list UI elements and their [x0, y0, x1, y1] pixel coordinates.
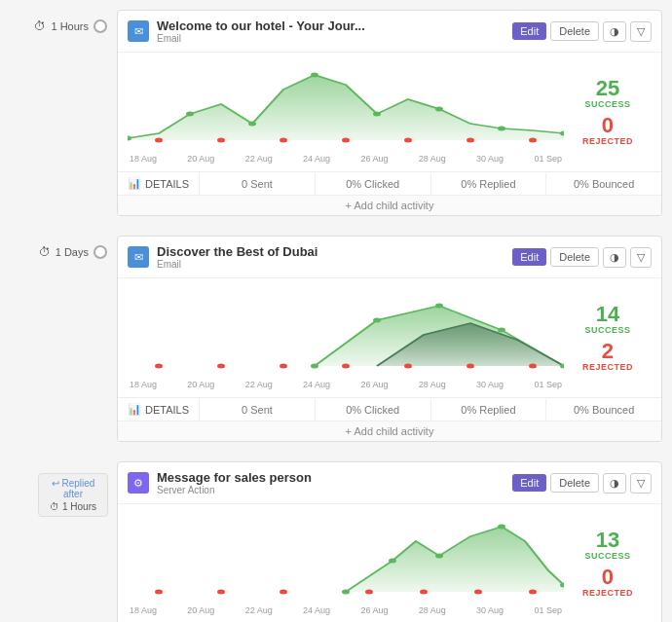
success-stat-2: 14 SUCCESS	[584, 304, 630, 335]
chart-area-1: 18 Aug 20 Aug 22 Aug 24 Aug 26 Aug 28 Au…	[128, 60, 564, 164]
svg-point-15	[529, 138, 537, 143]
details-button-2[interactable]: 📊 DETAILS	[118, 398, 200, 421]
chart-svg-1	[128, 60, 564, 148]
svg-point-7	[498, 127, 505, 131]
add-child-2[interactable]: + Add child activity	[118, 421, 661, 441]
email-icon-1: ✉	[128, 20, 149, 42]
svg-point-20	[435, 304, 443, 309]
svg-point-5	[373, 112, 381, 117]
stats-area-1: 25 SUCCESS 0 REJECTED	[564, 60, 652, 164]
filter-button-1[interactable]: ▽	[630, 21, 652, 42]
clock-icon-1: ⏱	[34, 19, 46, 33]
svg-point-10	[217, 138, 225, 143]
email-icon-2: ✉	[128, 246, 149, 268]
card-title-area-3: Message for sales person Server Action	[157, 470, 504, 495]
filter-button-3[interactable]: ▽	[630, 473, 652, 494]
chart-labels-3: 18 Aug 20 Aug 22 Aug 24 Aug 26 Aug 28 Au…	[128, 605, 564, 615]
delete-button-1[interactable]: Delete	[550, 21, 599, 41]
svg-point-9	[155, 138, 163, 143]
stats-area-2: 14 SUCCESS 2 REJECTED	[564, 286, 652, 389]
filter-button-2[interactable]: ▽	[630, 247, 652, 268]
svg-point-3	[248, 122, 256, 127]
card-title-area-2: Discover the Best of Dubai Email	[157, 244, 504, 270]
chart-labels-1: 18 Aug 20 Aug 22 Aug 24 Aug 26 Aug 28 Au…	[128, 154, 564, 164]
delete-button-3[interactable]: Delete	[550, 473, 599, 493]
chart-stats-area-2: 18 Aug 20 Aug 22 Aug 24 Aug 26 Aug 28 Au…	[118, 278, 661, 397]
svg-point-31	[342, 590, 350, 595]
svg-point-32	[389, 559, 396, 564]
replied-after-badge: ↩ Replied after ⏱ 1 Hours	[38, 473, 108, 517]
svg-point-12	[342, 138, 350, 143]
svg-point-39	[365, 590, 373, 595]
svg-point-41	[474, 590, 482, 595]
edit-button-1[interactable]: Edit	[512, 22, 546, 40]
card-title-area-1: Welcome to our hotel - Your Jour... Emai…	[157, 18, 504, 44]
reply-arrow-icon: ↩ Replied after	[45, 478, 101, 499]
chart-stats-area-3: 18 Aug 20 Aug 22 Aug 24 Aug 26 Aug 28 Au…	[118, 504, 661, 622]
card-footer-2: 📊 DETAILS 0 Sent 0% Clicked 0% Replied 0…	[118, 397, 661, 421]
svg-point-27	[404, 364, 412, 369]
svg-point-25	[280, 364, 287, 369]
activity-row-3: ↩ Replied after ⏱ 1 Hours ⚙ Message for …	[29, 461, 672, 622]
success-stat-3: 13 SUCCESS	[584, 530, 630, 561]
svg-marker-30	[346, 527, 564, 592]
svg-point-14	[467, 138, 474, 143]
server-icon-3: ⚙	[128, 472, 149, 494]
svg-point-29	[529, 364, 537, 369]
svg-point-37	[217, 590, 225, 595]
chart-area-2: 18 Aug 20 Aug 22 Aug 24 Aug 26 Aug 28 Au…	[128, 286, 564, 389]
clock-icon-3: ⏱	[50, 501, 59, 512]
replied-stat-2: 0% Replied	[431, 399, 547, 421]
card-footer-1: 📊 DETAILS 0 Sent 0% Clicked 0% Replied 0…	[118, 171, 661, 195]
delete-button-2[interactable]: Delete	[550, 247, 599, 267]
edit-button-2[interactable]: Edit	[512, 248, 546, 266]
card-subtitle-3: Server Action	[157, 485, 504, 495]
card-subtitle-2: Email	[157, 259, 504, 270]
card-subtitle-1: Email	[157, 33, 504, 44]
svg-point-23	[155, 364, 163, 369]
svg-point-19	[373, 318, 381, 323]
svg-point-4	[311, 73, 318, 78]
svg-point-26	[342, 364, 350, 369]
sent-stat-2: 0 Sent	[200, 399, 316, 421]
svg-point-28	[467, 364, 474, 369]
card-header-2: ✉ Discover the Best of Dubai Email Edit …	[118, 237, 661, 278]
sent-stat-1: 0 Sent	[200, 173, 316, 195]
timeline-label-1: ⏱ 1 Hours	[0, 10, 117, 33]
pie-chart-button-3[interactable]: ◑	[603, 473, 626, 494]
svg-point-38	[280, 590, 287, 595]
svg-point-6	[435, 107, 443, 112]
details-button-1[interactable]: 📊 DETAILS	[118, 172, 200, 195]
stats-area-3: 13 SUCCESS 0 REJECTED	[564, 512, 652, 615]
replied-after-area: ↩ Replied after ⏱ 1 Hours	[29, 461, 117, 517]
clicked-stat-2: 0% Clicked	[316, 399, 431, 421]
activity-card-3: ⚙ Message for sales person Server Action…	[117, 461, 662, 622]
bounced-stat-1: 0% Bounced	[546, 173, 661, 195]
activity-card-2: ✉ Discover the Best of Dubai Email Edit …	[117, 236, 662, 442]
pie-chart-button-2[interactable]: ◑	[603, 247, 626, 268]
card-header-3: ⚙ Message for sales person Server Action…	[118, 462, 661, 504]
svg-point-40	[420, 590, 428, 595]
svg-point-21	[498, 328, 505, 333]
svg-point-42	[529, 590, 537, 595]
activity-row-1: ⏱ 1 Hours ✉ Welcome to our hotel - Your …	[0, 10, 672, 216]
bar-chart-icon-2: 📊	[128, 403, 141, 416]
replied-hours: ⏱ 1 Hours	[50, 501, 96, 512]
svg-point-34	[498, 525, 505, 530]
activity-row-2: ⏱ 1 Days ✉ Discover the Best of Dubai Em…	[0, 236, 672, 442]
success-stat-1: 25 SUCCESS	[584, 78, 630, 109]
workflow-container: ⏱ 1 Hours ✉ Welcome to our hotel - Your …	[0, 0, 672, 622]
chart-stats-area-1: 18 Aug 20 Aug 22 Aug 24 Aug 26 Aug 28 Au…	[118, 53, 661, 171]
svg-point-13	[404, 138, 412, 143]
edit-button-3[interactable]: Edit	[512, 474, 546, 492]
add-child-1[interactable]: + Add child activity	[118, 195, 661, 215]
clock-icon-2: ⏱	[39, 245, 51, 259]
clicked-stat-1: 0% Clicked	[316, 173, 431, 195]
svg-point-11	[280, 138, 287, 143]
rejected-stat-1: 0 REJECTED	[582, 115, 633, 146]
activity-card-1: ✉ Welcome to our hotel - Your Jour... Em…	[117, 10, 662, 216]
card-title-1: Welcome to our hotel - Your Jour...	[157, 18, 504, 33]
pie-chart-button-1[interactable]: ◑	[603, 21, 626, 42]
bounced-stat-2: 0% Bounced	[546, 399, 661, 421]
card-header-1: ✉ Welcome to our hotel - Your Jour... Em…	[118, 11, 661, 53]
